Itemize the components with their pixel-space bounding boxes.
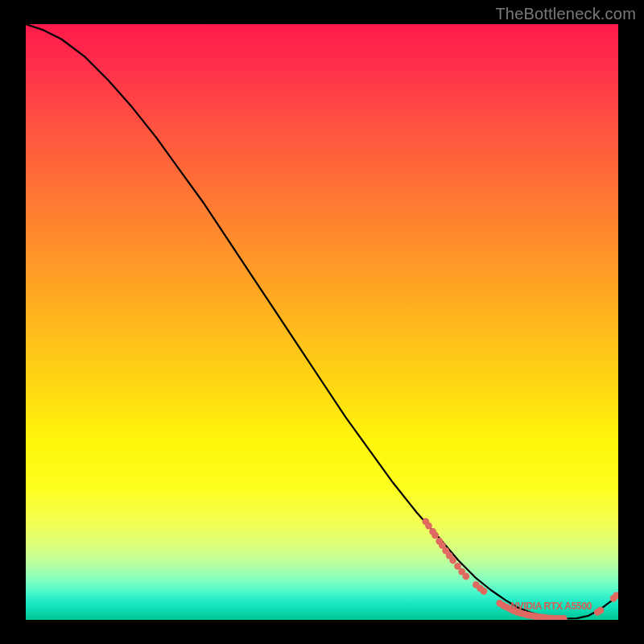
data-dot [462,573,469,580]
data-dot [449,557,456,564]
plot-area: NVIDIA RTX A5500 [26,24,618,620]
data-dot [425,522,432,530]
data-dot [431,532,439,539]
bottleneck-curve [26,24,618,619]
data-dot [481,588,488,595]
chart-stage: TheBottleneck.com NVIDIA RTX A5500 [0,0,644,644]
curve-svg [26,24,618,620]
data-dot [597,607,605,614]
model-label: NVIDIA RTX A5500 [510,601,592,612]
watermark-text: TheBottleneck.com [495,5,636,23]
